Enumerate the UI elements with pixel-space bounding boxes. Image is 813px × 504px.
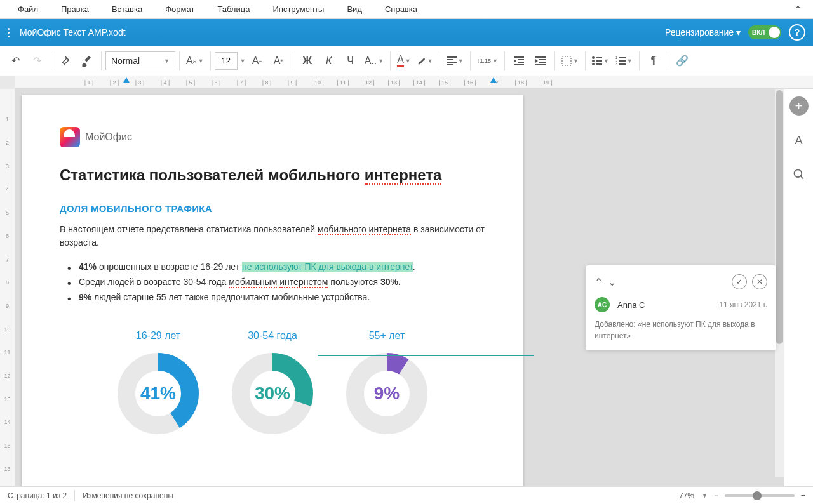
italic-button[interactable]: К	[319, 51, 339, 71]
heading-2: ДОЛЯ МОБИЛЬНОГО ТРАФИКА	[60, 203, 485, 214]
collapse-ribbon-button[interactable]: ⌃	[789, 4, 807, 14]
donut-chart: 16-29 лет 41%	[114, 330, 203, 438]
add-comment-button[interactable]: +	[789, 96, 809, 116]
paragraph: В настоящем отчете представлена статисти…	[60, 223, 485, 249]
font-size-input[interactable]: 12	[215, 52, 238, 70]
indent-decrease-button[interactable]	[509, 51, 529, 71]
review-toggle[interactable]: ВКЛ	[748, 25, 781, 39]
svg-rect-6	[518, 62, 524, 63]
save-status: Изменения не сохранены	[83, 491, 173, 500]
document-title: МойОфис Текст AMP.xodt	[20, 27, 126, 37]
comment-card[interactable]: ⌃ ⌄ ✓ ✕ AC Anna C 11 янв 2021 г. Добавле…	[586, 265, 776, 350]
svg-rect-11	[535, 64, 546, 65]
font-size-dropdown[interactable]: ▼	[240, 58, 246, 64]
list-item: 9% людей старше 55 лет также предпочитаю…	[79, 290, 485, 305]
more-font-button[interactable]: A..▼	[362, 51, 386, 71]
horizontal-ruler[interactable]: | 1 || 2 || 3 || 4 || 5 || 6 || 7 || 8 |…	[15, 76, 813, 89]
donut-chart: 55+ лет 9%	[342, 330, 431, 438]
font-family-select[interactable]: Aa▼	[184, 51, 206, 71]
comment-date: 11 янв 2021 г.	[719, 300, 767, 309]
right-sidebar: + А	[784, 89, 813, 504]
menu-edit[interactable]: Правка	[50, 4, 100, 14]
align-button[interactable]: ▼	[444, 51, 466, 71]
svg-line-32	[800, 176, 803, 179]
chart-title: 16-29 лет	[136, 330, 180, 342]
logo-icon	[60, 127, 80, 147]
svg-rect-4	[514, 56, 524, 58]
zoom-value[interactable]: 77%	[679, 491, 694, 500]
font-panel-button[interactable]: А	[789, 131, 809, 150]
zoom-dropdown[interactable]: ▼	[702, 493, 708, 499]
svg-rect-8	[535, 56, 546, 58]
list-item: Среди людей в возрасте 30-54 года мобиль…	[79, 275, 485, 290]
review-dropdown[interactable]: Рецензирование ▾	[665, 27, 741, 37]
zoom-out-button[interactable]: −	[714, 491, 718, 500]
svg-rect-0	[447, 56, 457, 58]
indent-marker-right-icon[interactable]	[490, 77, 497, 83]
clear-format-button[interactable]	[77, 51, 97, 71]
font-color-button[interactable]: A▼	[394, 51, 413, 71]
menu-insert[interactable]: Вставка	[100, 4, 154, 14]
search-button[interactable]	[789, 165, 809, 184]
bullet-list: 41% опрошенных в возрасте 16-29 лет не и…	[60, 260, 485, 305]
svg-rect-22	[619, 60, 626, 62]
underline-button[interactable]: Ч	[340, 51, 361, 71]
svg-point-15	[592, 60, 595, 62]
list-item: 41% опрошенных в возрасте 16-29 лет не и…	[79, 260, 485, 275]
redo-button[interactable]: ↷	[27, 51, 47, 71]
page-indicator[interactable]: Страница: 1 из 2	[8, 491, 67, 500]
vertical-ruler[interactable]: 1234567891011121314151617	[0, 89, 15, 504]
indent-marker-left-icon[interactable]	[123, 77, 130, 83]
bullet-list-button[interactable]: ▼	[589, 51, 612, 71]
logo-text: МойОфис	[85, 131, 132, 143]
line-spacing-button[interactable]: ↕1.15▼	[474, 51, 501, 71]
menu-help[interactable]: Справка	[373, 4, 429, 14]
decrease-font-button[interactable]: A−	[247, 51, 267, 71]
pilcrow-button[interactable]: ¶	[643, 51, 664, 71]
increase-font-button[interactable]: A+	[269, 51, 289, 71]
format-painter-button[interactable]	[55, 51, 76, 71]
accept-comment-button[interactable]: ✓	[732, 274, 747, 289]
page[interactable]: МойОфис Статистика пользователей мобильн…	[22, 95, 523, 504]
menu-format[interactable]: Формат	[154, 4, 206, 14]
prev-comment-button[interactable]: ⌃	[595, 276, 603, 288]
comment-connector	[318, 355, 534, 356]
svg-rect-10	[539, 62, 546, 63]
zoom-slider[interactable]	[725, 494, 795, 497]
highlight-button[interactable]: ▼	[415, 51, 436, 71]
menu-tools[interactable]: Инструменты	[261, 4, 335, 14]
svg-rect-3	[447, 64, 453, 65]
svg-rect-24	[619, 63, 626, 65]
logo: МойОфис	[60, 127, 485, 147]
zoom-in-button[interactable]: +	[801, 491, 805, 500]
reject-comment-button[interactable]: ✕	[752, 274, 767, 289]
bold-button[interactable]: Ж	[297, 51, 318, 71]
chart-value: 30%	[255, 383, 290, 404]
link-button[interactable]: 🔗	[672, 51, 692, 71]
svg-rect-16	[596, 60, 602, 62]
menu-table[interactable]: Таблица	[206, 4, 261, 14]
svg-rect-2	[447, 62, 457, 63]
menu-view[interactable]: Вид	[335, 4, 373, 14]
indent-increase-button[interactable]	[530, 51, 551, 71]
number-list-button[interactable]: 123▼	[613, 51, 635, 71]
nonprinting-button[interactable]: ▼	[559, 51, 581, 71]
chart-title: 55+ лет	[369, 330, 405, 342]
app-menu-icon[interactable]	[8, 28, 10, 37]
menu-bar: Файл Правка Вставка Формат Таблица Инстр…	[0, 0, 813, 19]
svg-point-13	[592, 56, 595, 59]
svg-text:3: 3	[615, 62, 617, 65]
undo-button[interactable]: ↶	[5, 51, 25, 71]
title-bar: МойОфис Текст AMP.xodt Рецензирование ▾ …	[0, 19, 813, 46]
toolbar: ↶ ↷ Normal▼ Aa▼ 12 ▼ A− A+ Ж К Ч A..▼ A▼…	[0, 46, 813, 76]
status-bar: Страница: 1 из 2 Изменения не сохранены …	[0, 486, 813, 504]
svg-rect-9	[539, 59, 546, 60]
next-comment-button[interactable]: ⌄	[608, 276, 616, 288]
svg-rect-12	[562, 56, 571, 65]
menu-file[interactable]: Файл	[6, 4, 50, 14]
chart-value: 41%	[140, 383, 176, 404]
chart-value: 9%	[374, 383, 400, 404]
help-button[interactable]: ?	[789, 24, 805, 41]
vertical-scrollbar[interactable]	[775, 89, 784, 477]
style-select[interactable]: Normal▼	[105, 51, 175, 70]
